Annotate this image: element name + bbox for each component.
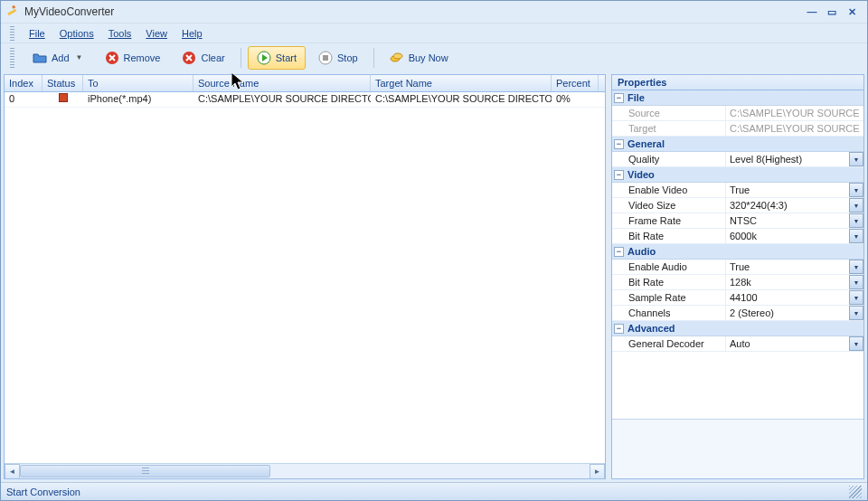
remove-button[interactable]: Remove — [96, 46, 170, 70]
horizontal-scrollbar[interactable]: ◄ ► — [5, 463, 605, 478]
status-bar: Start Conversion — [1, 482, 867, 500]
buynow-label: Buy Now — [409, 52, 448, 63]
col-percent[interactable]: Percent — [552, 75, 599, 91]
chevron-down-icon[interactable]: ▼ — [849, 275, 863, 289]
section-file[interactable]: −File — [612, 90, 863, 106]
folder-add-icon — [33, 51, 47, 65]
section-video[interactable]: −Video — [612, 167, 863, 183]
app-title: MyVideoConverter — [24, 5, 114, 18]
collapse-icon[interactable]: − — [614, 170, 624, 180]
prop-enable-audio[interactable]: Enable Audio True▼ — [612, 260, 863, 275]
cell-target: C:\SAMPLE\YOUR SOURCE DIRECTOR... — [371, 92, 552, 107]
chevron-down-icon[interactable]: ▼ — [849, 152, 863, 166]
chevron-down-icon[interactable]: ▼ — [849, 229, 863, 243]
separator — [373, 48, 374, 68]
menubar-grip[interactable] — [10, 26, 14, 41]
grid-header: Index Status To Source Name Target Name … — [5, 75, 605, 92]
chevron-down-icon[interactable]: ▼ — [849, 290, 863, 305]
prop-sample-rate[interactable]: Sample Rate 44100▼ — [612, 290, 863, 306]
status-text: Start Conversion — [6, 487, 80, 497]
status-indicator-icon — [59, 93, 68, 102]
col-to[interactable]: To — [83, 75, 193, 91]
chevron-down-icon[interactable]: ▼ — [849, 306, 863, 320]
clear-label: Clear — [201, 52, 224, 63]
clear-icon — [182, 51, 196, 65]
menu-tools[interactable]: Tools — [101, 26, 139, 41]
prop-target: Target C:\SAMPLE\YOUR SOURCE — [612, 121, 863, 137]
menu-options[interactable]: Options — [52, 26, 101, 41]
add-label: Add — [52, 52, 70, 63]
menu-view[interactable]: View — [138, 26, 175, 41]
col-target[interactable]: Target Name — [371, 75, 552, 91]
prop-quality[interactable]: Quality Level 8(Highest)▼ — [612, 152, 863, 167]
main-area: Index Status To Source Name Target Name … — [1, 71, 867, 482]
properties-title: Properties — [612, 75, 863, 90]
conversion-grid: Index Status To Source Name Target Name … — [4, 74, 606, 479]
scroll-right-icon[interactable]: ► — [590, 464, 605, 479]
remove-icon — [105, 51, 119, 65]
col-source[interactable]: Source Name — [193, 75, 371, 91]
grid-body[interactable]: 0 iPhone(*.mp4) C:\SAMPLE\YOUR SOURCE DI… — [5, 92, 605, 463]
section-audio[interactable]: −Audio — [612, 244, 863, 260]
toolbar: Add ▼ Remove Clear Start Stop Buy Now — [1, 43, 867, 71]
collapse-icon[interactable]: − — [614, 93, 624, 103]
collapse-icon[interactable]: − — [614, 139, 624, 149]
col-index[interactable]: Index — [5, 75, 42, 91]
maximize-button[interactable]: ▭ — [822, 5, 842, 19]
app-icon — [6, 5, 19, 18]
stop-button[interactable]: Stop — [309, 46, 367, 70]
remove-label: Remove — [124, 52, 161, 63]
stop-label: Stop — [337, 52, 358, 63]
dropdown-icon: ▼ — [76, 53, 83, 61]
chevron-down-icon[interactable]: ▼ — [849, 260, 863, 274]
menu-help[interactable]: Help — [175, 26, 210, 41]
toolbar-grip[interactable] — [10, 48, 14, 68]
prop-decoder[interactable]: General Decoder Auto▼ — [612, 336, 863, 352]
properties-body: −File Source C:\SAMPLE\YOUR SOURCE Targe… — [612, 90, 863, 419]
chevron-down-icon[interactable]: ▼ — [849, 183, 863, 197]
scroll-left-icon[interactable]: ◄ — [5, 464, 20, 479]
chevron-down-icon[interactable]: ▼ — [849, 336, 863, 351]
menu-file[interactable]: File — [22, 26, 52, 41]
col-status[interactable]: Status — [42, 75, 83, 91]
prop-frame-rate[interactable]: Frame Rate NTSC▼ — [612, 213, 863, 229]
svg-rect-0 — [7, 9, 16, 16]
add-button[interactable]: Add ▼ — [24, 46, 92, 70]
buynow-button[interactable]: Buy Now — [381, 46, 458, 70]
svg-rect-6 — [323, 55, 328, 61]
title-bar: MyVideoConverter — ▭ ✕ — [1, 1, 867, 23]
cell-to: iPhone(*.mp4) — [83, 92, 193, 107]
close-button[interactable]: ✕ — [842, 5, 862, 19]
coins-icon — [390, 51, 404, 65]
stop-icon — [318, 51, 333, 65]
prop-video-bitrate[interactable]: Bit Rate 6000k▼ — [612, 229, 863, 244]
scroll-track[interactable] — [20, 464, 590, 479]
collapse-icon[interactable]: − — [614, 247, 624, 257]
section-general[interactable]: −General — [612, 137, 863, 152]
start-button[interactable]: Start — [248, 46, 306, 70]
resize-grip-icon[interactable] — [849, 486, 862, 498]
cell-source: C:\SAMPLE\YOUR SOURCE DIRECTOR... — [193, 92, 371, 107]
cell-percent: 0% — [552, 92, 599, 107]
chevron-down-icon[interactable]: ▼ — [849, 198, 863, 213]
minimize-button[interactable]: — — [802, 5, 822, 19]
menu-bar: File Options Tools View Help — [1, 23, 867, 43]
separator — [241, 48, 241, 68]
properties-description — [612, 419, 863, 478]
section-advanced[interactable]: −Advanced — [612, 321, 863, 336]
prop-audio-bitrate[interactable]: Bit Rate 128k▼ — [612, 275, 863, 290]
prop-video-size[interactable]: Video Size 320*240(4:3)▼ — [612, 198, 863, 213]
chevron-down-icon[interactable]: ▼ — [849, 213, 863, 228]
cell-status — [42, 92, 83, 107]
start-label: Start — [276, 52, 297, 63]
scroll-thumb[interactable] — [20, 465, 270, 477]
prop-channels[interactable]: Channels 2 (Stereo)▼ — [612, 306, 863, 321]
play-icon — [257, 51, 271, 65]
prop-source: Source C:\SAMPLE\YOUR SOURCE — [612, 106, 863, 121]
clear-button[interactable]: Clear — [173, 46, 233, 70]
table-row[interactable]: 0 iPhone(*.mp4) C:\SAMPLE\YOUR SOURCE DI… — [5, 92, 605, 108]
collapse-icon[interactable]: − — [614, 324, 624, 334]
prop-enable-video[interactable]: Enable Video True▼ — [612, 183, 863, 198]
cell-index: 0 — [5, 92, 42, 107]
svg-rect-1 — [12, 5, 15, 9]
